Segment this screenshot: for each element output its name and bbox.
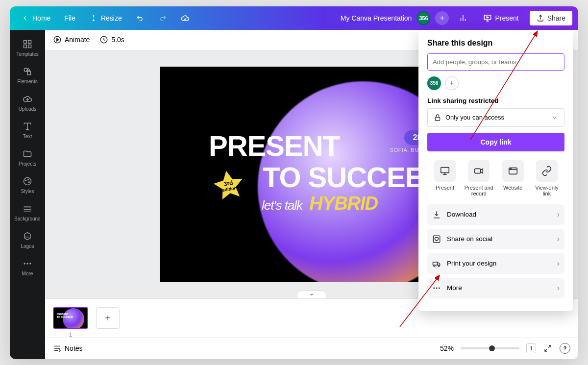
redo-button[interactable] [153, 11, 172, 25]
svg-rect-38 [441, 167, 449, 172]
resize-button[interactable]: Resize [84, 11, 127, 25]
page-thumbnail-1[interactable]: PRESENTTO SUCCEED [53, 307, 88, 329]
animate-icon [53, 35, 62, 44]
home-button[interactable]: Home [16, 11, 55, 25]
templates-icon [22, 38, 33, 50]
background-icon [22, 203, 33, 215]
zoom-slider[interactable] [461, 347, 519, 349]
sidebar-item-logos[interactable]: CO.Logos [10, 226, 45, 253]
fullscreen-button[interactable] [543, 343, 553, 353]
share-row-more[interactable]: More › [427, 278, 564, 298]
analytics-button[interactable] [454, 11, 472, 25]
animate-label: Animate [65, 36, 90, 44]
file-menu[interactable]: File [59, 11, 80, 25]
sidebar-item-more[interactable]: More [10, 253, 45, 281]
folder-icon [22, 148, 33, 160]
document-title[interactable]: My Canva Presentation [341, 14, 412, 22]
row-label: Print your design [447, 260, 496, 267]
edition-badge: 3rdedition [211, 168, 246, 203]
share-action-record[interactable]: Present and record [463, 160, 494, 196]
svg-line-35 [548, 345, 551, 348]
sidebar-item-templates[interactable]: Templates [10, 34, 45, 61]
svg-point-19 [29, 181, 30, 182]
present-action-icon [434, 160, 456, 182]
duration-label: 5.0s [111, 36, 124, 44]
share-add-person[interactable]: + [445, 76, 459, 90]
slide-heading-2: TO SUCCEED [263, 161, 443, 194]
left-sidebar: Templates Elements Uploads Text Projects… [10, 30, 45, 359]
svg-point-18 [28, 179, 29, 180]
share-row-print[interactable]: Print your design › [427, 253, 564, 274]
collapse-toggle[interactable] [297, 291, 326, 298]
avatar[interactable]: 356 [416, 11, 430, 25]
annotation-arrow-2 [397, 271, 446, 330]
presentation-icon [483, 14, 492, 23]
svg-rect-47 [433, 236, 440, 243]
chart-icon [459, 14, 467, 23]
undo-icon [136, 14, 145, 23]
logos-icon: CO. [22, 230, 33, 242]
resize-icon [89, 14, 98, 23]
sidebar-label: Styles [21, 189, 34, 194]
sidebar-item-elements[interactable]: Elements [10, 61, 45, 89]
more-icon [22, 258, 33, 269]
slide[interactable]: PRESENT TO SUCCEED let's talk HYBRID 28 … [160, 67, 464, 282]
share-avatar[interactable]: 356 [427, 76, 441, 90]
share-button[interactable]: Share [530, 11, 572, 25]
share-action-viewonly[interactable]: View-only link [531, 160, 563, 196]
share-action-website[interactable]: Website [497, 160, 529, 196]
annotation-arrow-1 [466, 27, 544, 145]
svg-text:CO.: CO. [25, 235, 30, 238]
notes-button[interactable]: Notes [53, 344, 83, 353]
help-button[interactable]: ? [560, 343, 570, 354]
file-label: File [64, 14, 75, 22]
sidebar-item-styles[interactable]: Styles [10, 171, 45, 198]
row-label: Download [447, 211, 476, 218]
row-label: More [447, 284, 462, 292]
svg-point-27 [26, 263, 28, 264]
sidebar-label: More [22, 271, 33, 276]
palette-icon [22, 175, 33, 187]
add-member-button[interactable]: + [435, 11, 449, 25]
sidebar-label: Logos [21, 243, 34, 249]
heart-icon [432, 235, 441, 243]
svg-line-57 [400, 276, 439, 327]
sidebar-label: Uploads [19, 106, 37, 112]
add-page-button[interactable]: + [96, 307, 120, 329]
footer-bar: Notes 52% 1 ? [45, 338, 578, 359]
present-button[interactable]: Present [477, 10, 524, 26]
share-row-download[interactable]: Download › [427, 204, 564, 225]
sidebar-item-text[interactable]: Text [10, 116, 45, 144]
sidebar-item-uploads[interactable]: Uploads [10, 89, 45, 116]
home-label: Home [32, 14, 50, 22]
svg-rect-8 [28, 40, 31, 43]
notes-icon [53, 344, 62, 353]
truck-icon [432, 259, 441, 268]
svg-rect-37 [435, 117, 440, 121]
svg-rect-9 [24, 45, 27, 48]
slide-tagline: let's talk HYBRID [262, 193, 378, 214]
uploads-icon [22, 93, 33, 105]
svg-line-55 [470, 32, 537, 140]
animate-button[interactable]: Animate [53, 35, 90, 44]
zoom-value: 52% [440, 344, 454, 352]
undo-button[interactable] [131, 11, 149, 25]
svg-point-50 [438, 265, 440, 267]
share-row-social[interactable]: Share on social › [427, 229, 564, 249]
row-label: Share on social [447, 235, 492, 243]
sidebar-item-projects[interactable]: Projects [10, 144, 45, 171]
redo-icon [158, 14, 167, 23]
sidebar-item-background[interactable]: Background [10, 198, 45, 226]
action-label: Present and record [463, 185, 494, 196]
text-icon [22, 121, 33, 132]
page-count-button[interactable]: 1 [526, 343, 536, 353]
chevron-down-icon [551, 114, 558, 121]
sidebar-label: Text [23, 134, 32, 139]
website-action-icon [502, 160, 524, 182]
cloud-status[interactable] [176, 11, 195, 25]
lock-icon [434, 114, 441, 122]
chevron-right-icon: › [557, 235, 560, 243]
duration-button[interactable]: 5.0s [99, 35, 124, 44]
slide-heading-1: PRESENT [209, 129, 340, 162]
share-action-present[interactable]: Present [429, 160, 461, 196]
